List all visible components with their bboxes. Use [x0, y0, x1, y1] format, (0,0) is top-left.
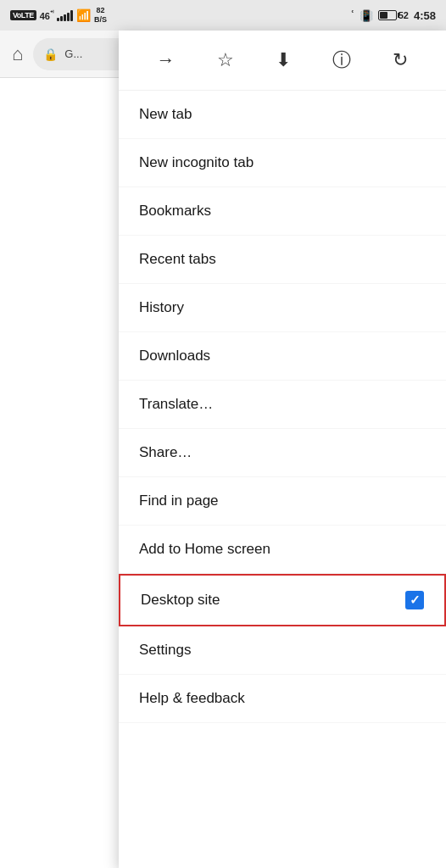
battery-icon [378, 10, 397, 20]
url-text: G... [64, 47, 82, 60]
star-icon[interactable]: ☆ [210, 46, 241, 75]
menu-item-desktop-site[interactable]: Desktop site✓ [119, 574, 446, 626]
context-menu: → ☆ ⬇ ⓘ ↻ New tabNew incognito tabBookma… [119, 31, 446, 868]
home-icon[interactable]: ⌂ [8, 40, 26, 69]
menu-item-share[interactable]: Share… [119, 429, 446, 477]
download-icon[interactable]: ⬇ [269, 46, 298, 75]
signal-bar-5 [70, 10, 73, 21]
menu-item-label-desktop-site: Desktop site [141, 592, 220, 609]
menu-item-add-to-home[interactable]: Add to Home screen [119, 526, 446, 574]
menu-item-label-find-in-page: Find in page [139, 492, 219, 509]
context-menu-overlay: → ☆ ⬇ ⓘ ↻ New tabNew incognito tabBookma… [119, 31, 446, 868]
battery-percent: 52 [399, 10, 409, 20]
menu-toolbar: → ☆ ⬇ ⓘ ↻ [119, 31, 446, 91]
status-right: ʿ︎ 📳 52 4:58 [351, 9, 436, 22]
menu-item-label-new-incognito-tab: New incognito tab [139, 154, 254, 171]
forward-icon[interactable]: → [150, 46, 182, 75]
menu-item-label-recent-tabs: Recent tabs [139, 251, 216, 268]
status-left: VoLTE 46ᐩᴵ 📶 82 B/S [10, 6, 107, 25]
menu-item-label-history: History [139, 299, 184, 316]
menu-item-label-help-feedback: Help & feedback [139, 690, 245, 707]
menu-item-settings[interactable]: Settings [119, 626, 446, 675]
menu-item-downloads[interactable]: Downloads [119, 332, 446, 381]
refresh-icon[interactable]: ↻ [386, 46, 415, 75]
signal-bars [57, 9, 73, 21]
data-speed: 82 B/S [94, 6, 107, 25]
clock: 4:58 [414, 9, 436, 22]
menu-item-label-translate: Translate… [139, 396, 213, 413]
menu-items-list: New tabNew incognito tabBookmarksRecent … [119, 91, 446, 723]
menu-item-label-add-to-home: Add to Home screen [139, 541, 270, 558]
menu-item-recent-tabs[interactable]: Recent tabs [119, 236, 446, 284]
menu-item-translate[interactable]: Translate… [119, 381, 446, 429]
bluetooth-icon: ʿ︎ [351, 9, 354, 22]
vibrate-icon: 📳 [360, 9, 373, 22]
menu-item-help-feedback[interactable]: Help & feedback [119, 675, 446, 723]
menu-item-find-in-page[interactable]: Find in page [119, 477, 446, 526]
signal-bar-2 [60, 16, 63, 21]
menu-item-label-new-tab: New tab [139, 106, 192, 123]
menu-item-checkbox-desktop-site[interactable]: ✓ [405, 591, 424, 609]
menu-item-label-settings: Settings [139, 642, 191, 659]
battery-container: 52 [378, 10, 409, 20]
menu-item-new-tab[interactable]: New tab [119, 91, 446, 139]
info-icon[interactable]: ⓘ [326, 44, 358, 76]
menu-item-label-downloads: Downloads [139, 348, 210, 364]
signal-bar-4 [67, 13, 70, 21]
signal-strength: 46ᐩᴵ [40, 9, 53, 21]
signal-bar-1 [57, 18, 59, 21]
menu-item-new-incognito-tab[interactable]: New incognito tab [119, 139, 446, 187]
status-bar: VoLTE 46ᐩᴵ 📶 82 B/S ʿ︎ 📳 52 4:58 [0, 0, 446, 31]
wifi-icon: 📶 [76, 8, 91, 22]
menu-item-label-share: Share… [139, 444, 192, 461]
menu-item-label-bookmarks: Bookmarks [139, 203, 211, 220]
volte-badge: VoLTE [10, 10, 36, 20]
signal-bar-3 [64, 14, 66, 21]
menu-item-history[interactable]: History [119, 284, 446, 332]
battery-fill [380, 12, 387, 19]
lock-icon: 🔒 [43, 47, 58, 61]
menu-item-bookmarks[interactable]: Bookmarks [119, 187, 446, 236]
